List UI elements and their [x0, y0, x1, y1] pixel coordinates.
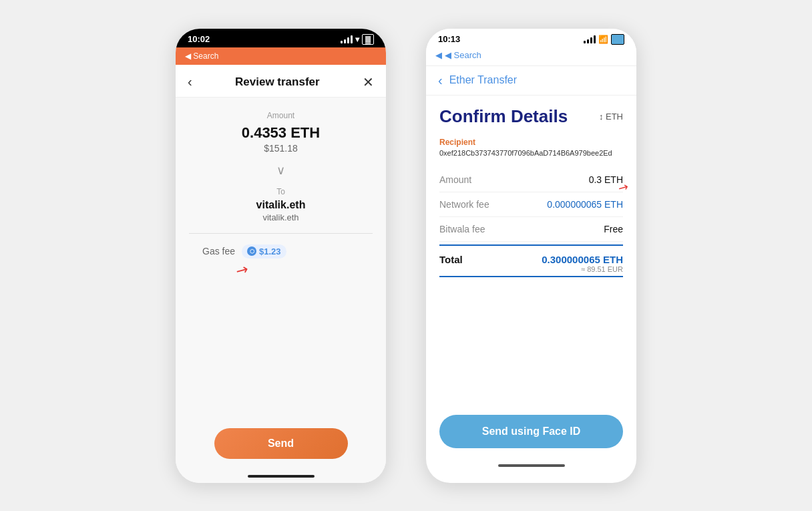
detail-row-network-fee: Network fee 0.000000065 ETH ↗ — [439, 192, 623, 217]
total-eur: ≈ 89.51 EUR — [542, 265, 623, 273]
divider-1 — [189, 233, 373, 234]
page-title-1: Review transfer — [235, 75, 320, 89]
gas-amount: $1.23 — [259, 246, 281, 257]
search-bar-1: ◀ Search — [176, 47, 386, 65]
nav-header-2: ‹ Ether Transfer — [426, 66, 636, 96]
search-label-1: ◀ Search — [185, 51, 218, 61]
detail-value-amount: 0.3 ETH — [589, 174, 623, 185]
amount-label: Amount — [267, 111, 294, 120]
home-indicator-2 — [498, 464, 565, 467]
recipient-address: 0xef218Cb373743770f7096bAaD714B6A979bee2… — [439, 149, 623, 157]
red-arrow-annotation-1: ↗ — [236, 261, 286, 279]
battery-icon: ▓ — [362, 34, 374, 45]
total-right: 0.300000065 ETH ≈ 89.51 EUR — [542, 254, 623, 273]
status-icons-1: ▾ ▓ — [341, 34, 374, 45]
signal-icon — [341, 35, 353, 43]
red-arrow-icon-1: ↗ — [232, 259, 252, 281]
nav-header-1: ‹ Review transfer ✕ — [176, 65, 386, 98]
detail-value-bitwala-fee: Free — [604, 224, 623, 234]
phone1: 10:02 ▾ ▓ ◀ Search ‹ Review transfer ✕ A… — [176, 29, 386, 483]
time-2: 10:13 — [438, 34, 460, 44]
wifi-icon-2: 📶 — [598, 35, 608, 44]
detail-label-amount: Amount — [439, 174, 471, 185]
send-button[interactable]: Send — [214, 428, 348, 459]
confirm-header: Confirm Details ↕ ETH — [439, 106, 623, 127]
search-label-text-2: ◀ Search — [445, 50, 481, 60]
recipient-label: Recipient — [439, 138, 623, 147]
eth-toggle[interactable]: ↕ ETH — [599, 112, 623, 122]
search-bar-2: ◀ ◀ Search — [426, 47, 636, 66]
gas-fee-row: Gas fee ⬡ $1.23 — [196, 244, 286, 259]
phone1-main-content: Amount 0.4353 ETH $151.18 ∨ To vitalik.e… — [176, 98, 386, 483]
close-button-1[interactable]: ✕ — [363, 74, 374, 90]
status-bar-1: 10:02 ▾ ▓ — [176, 29, 386, 47]
wifi-icon: ▾ — [355, 35, 359, 44]
total-row: Total 0.300000065 ETH ≈ 89.51 EUR — [439, 244, 623, 277]
gas-fee-section: Gas fee ⬡ $1.23 ↗ — [189, 244, 286, 279]
total-label: Total — [439, 254, 463, 265]
home-indicator-1 — [248, 475, 315, 478]
total-value: 0.300000065 ETH — [542, 254, 623, 265]
detail-row-amount: Amount 0.3 ETH — [439, 168, 623, 192]
to-label: To — [276, 187, 285, 196]
back-button-2[interactable]: ‹ — [438, 73, 443, 88]
detail-row-bitwala-fee: Bitwala fee Free — [439, 217, 623, 242]
detail-label-bitwala-fee: Bitwala fee — [439, 224, 485, 234]
gas-fee-label: Gas fee — [202, 246, 235, 257]
detail-value-network-fee: 0.000000065 ETH — [547, 199, 623, 210]
time-1: 10:02 — [188, 34, 210, 44]
battery-icon-2: ▓ — [611, 34, 624, 45]
detail-label-network-fee: Network fee — [439, 199, 489, 210]
face-id-button[interactable]: Send using Face ID — [439, 415, 623, 448]
amount-usd: $151.18 — [264, 143, 298, 154]
page-title-2: Ether Transfer — [449, 74, 517, 86]
signal-icon-2 — [584, 35, 596, 43]
phone2-main-content: Confirm Details ↕ ETH Recipient 0xef218C… — [426, 96, 636, 483]
gas-icon: ⬡ — [247, 246, 256, 256]
confirm-title: Confirm Details — [439, 106, 568, 127]
search-back-2[interactable]: ◀ — [435, 50, 442, 60]
phone2: 10:13 📶 ▓ ◀ ◀ Search ‹ Ether Transfer Co… — [426, 29, 636, 483]
back-button-1[interactable]: ‹ — [188, 74, 192, 90]
transfer-arrow-down: ∨ — [276, 163, 285, 178]
status-icons-2: 📶 ▓ — [584, 34, 624, 45]
gas-fee-badge: ⬡ $1.23 — [242, 244, 286, 259]
to-name: vitalik.eth — [256, 199, 306, 211]
to-sub: vitalik.eth — [262, 212, 298, 222]
status-bar-2: 10:13 📶 ▓ — [426, 29, 636, 47]
amount-eth: 0.4353 ETH — [242, 124, 320, 142]
